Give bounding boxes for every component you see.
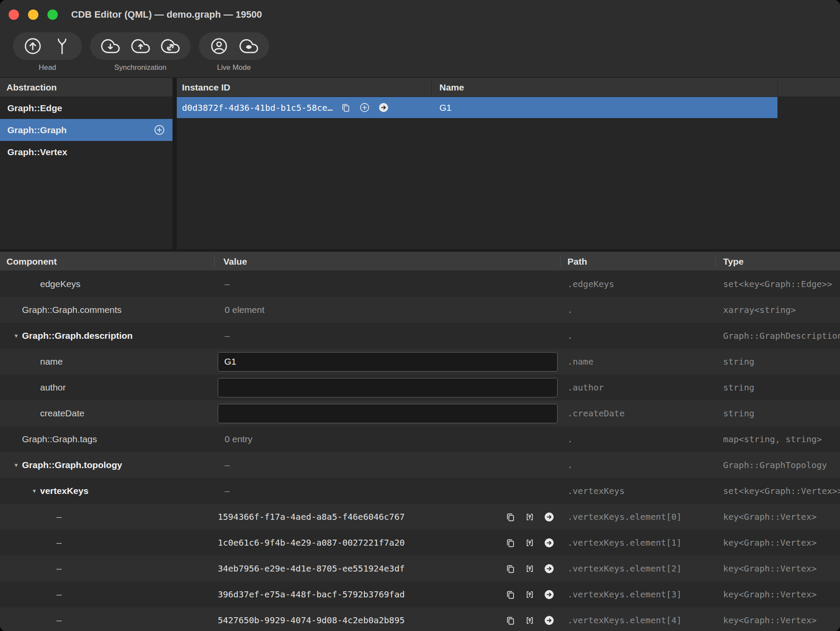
zoom-button[interactable]: [47, 9, 58, 20]
open-arrow-icon[interactable]: [544, 537, 555, 548]
branch-icon[interactable]: [53, 37, 72, 56]
abstraction-list: Graph::EdgeGraph::GraphGraph::Vertex: [0, 97, 172, 163]
copy-icon[interactable]: [505, 589, 516, 600]
circle-up-arrow-icon[interactable]: [23, 37, 42, 56]
component-type: key<Graph::Vertex>: [723, 556, 840, 581]
component-label: Graph::Graph.comments: [22, 305, 122, 315]
value-input-author[interactable]: [218, 378, 558, 397]
abstraction-item-graph-vertex[interactable]: Graph::Vertex: [0, 141, 172, 163]
cloud-download-icon[interactable]: [101, 37, 120, 56]
toolbar-pill: [199, 32, 269, 60]
close-button[interactable]: [9, 9, 19, 20]
open-arrow-icon[interactable]: [544, 563, 555, 574]
triangle-down-icon[interactable]: ▾: [28, 487, 40, 495]
component-value-cell: 1c0e61c6-9f4b-4e29-a087-0027221f7a20: [214, 530, 560, 556]
add-circle-icon[interactable]: [154, 124, 165, 136]
component-label: –: [56, 512, 62, 522]
copy-icon[interactable]: [505, 512, 516, 522]
value-actions: [505, 504, 555, 530]
open-arrow-icon[interactable]: [378, 102, 389, 113]
component-label: vertexKeys: [40, 486, 88, 496]
component-row[interactable]: ▾Graph::Graph.description–.Graph::GraphD…: [0, 323, 840, 349]
instance-actions: [340, 102, 389, 113]
abstraction-item-graph-edge[interactable]: Graph::Edge: [0, 97, 172, 119]
component-row[interactable]: ▾Graph::Graph.topology–.Graph::GraphTopo…: [0, 452, 840, 478]
titlebar[interactable]: CDB Editor (QML) — demo.graph — 19500: [0, 0, 840, 29]
component-type: key<Graph::Vertex>: [723, 530, 840, 556]
key-icon[interactable]: [524, 563, 535, 574]
abstraction-item-label: Graph::Edge: [7, 103, 62, 113]
value-text: –: [214, 486, 230, 496]
toolbar-pill: [13, 32, 82, 60]
abstraction-item-graph-graph[interactable]: Graph::Graph: [0, 119, 172, 141]
component-value-cell: 34eb7956-e29e-4d1e-8705-ee551924e3df: [214, 556, 560, 581]
open-arrow-icon[interactable]: [544, 615, 555, 626]
component-label: –: [56, 563, 62, 574]
copy-icon[interactable]: [340, 102, 351, 113]
cloud-link-icon[interactable]: [161, 37, 180, 56]
triangle-down-icon[interactable]: ▾: [10, 332, 22, 340]
component-row[interactable]: edgeKeys–.edgeKeysset<key<Graph::Edge>>: [0, 271, 840, 297]
value-uuid: 34eb7956-e29e-4d1e-8705-ee551924e3df: [214, 563, 404, 574]
component-row[interactable]: author.authorstring: [0, 375, 840, 400]
column-header-value: Value: [223, 252, 247, 271]
component-row[interactable]: Graph::Graph.comments0 element.xarray<st…: [0, 297, 840, 323]
cloud-upload-icon[interactable]: [131, 37, 150, 56]
component-row[interactable]: –1594366f-f17a-4aed-a8a5-f46e6046c767.ve…: [0, 504, 840, 530]
copy-icon[interactable]: [505, 563, 516, 574]
component-row[interactable]: name.namestring: [0, 349, 840, 375]
add-circle-icon[interactable]: [359, 102, 370, 113]
toolbar-group-label: Synchronization: [90, 63, 191, 72]
component-type: xarray<string>: [723, 297, 840, 323]
column-header-instance-id: Instance ID: [182, 78, 230, 97]
cloud-eye-icon[interactable]: [239, 37, 258, 56]
component-path: .vertexKeys.element[1]: [567, 530, 715, 556]
component-label: –: [56, 589, 62, 600]
component-label: createDate: [40, 408, 85, 419]
value-input-createDate[interactable]: [218, 404, 558, 423]
component-type: string: [723, 349, 840, 375]
column-divider: [431, 78, 432, 97]
component-value-cell: –: [214, 271, 560, 297]
component-value-cell: [214, 349, 560, 375]
copy-icon[interactable]: [505, 537, 516, 548]
column-header-component: Component: [6, 252, 57, 271]
key-icon[interactable]: [524, 537, 535, 548]
copy-icon[interactable]: [505, 615, 516, 626]
component-type: Graph::GraphDescription: [723, 323, 840, 349]
component-type: string: [723, 400, 840, 426]
open-arrow-icon[interactable]: [544, 589, 555, 600]
component-value-cell: [214, 400, 560, 426]
value-uuid: 396d37ef-e75a-448f-bacf-5792b3769fad: [214, 589, 404, 600]
component-row[interactable]: Graph::Graph.tags0 entry.map<string, str…: [0, 426, 840, 452]
component-label: edgeKeys: [40, 279, 80, 289]
toolbar-pill: [90, 32, 191, 60]
column-header-path: Path: [567, 252, 587, 271]
instance-row[interactable]: d0d3872f-4d36-41bd-b1c5-58ce…G1: [177, 97, 777, 118]
component-row[interactable]: –1c0e61c6-9f4b-4e29-a087-0027221f7a20.ve…: [0, 530, 840, 556]
value-input-name[interactable]: [218, 352, 558, 372]
value-text: –: [214, 460, 230, 470]
component-row[interactable]: –34eb7956-e29e-4d1e-8705-ee551924e3df.ve…: [0, 556, 840, 581]
key-icon[interactable]: [524, 615, 535, 626]
component-value-cell: –: [214, 478, 560, 504]
key-icon[interactable]: [524, 512, 535, 522]
toolbar: HeadSynchronizationLive Mode: [0, 29, 840, 78]
component-row[interactable]: createDate.createDatestring: [0, 400, 840, 426]
component-path: .author: [567, 375, 715, 400]
triangle-down-icon[interactable]: ▾: [10, 461, 22, 469]
toolbar-group-label: Live Mode: [199, 63, 269, 72]
component-value-cell: 5427650b-9929-4074-9d08-4c2eb0a2b895: [214, 607, 560, 631]
toolbar-group-label: Head: [13, 63, 82, 72]
component-row[interactable]: ▾vertexKeys–.vertexKeysset<key<Graph::Ve…: [0, 478, 840, 504]
component-row[interactable]: –396d37ef-e75a-448f-bacf-5792b3769fad.ve…: [0, 581, 840, 607]
abstraction-header: Abstraction: [0, 78, 172, 97]
app-window: CDB Editor (QML) — demo.graph — 19500 He…: [0, 0, 840, 631]
value-uuid: 1c0e61c6-9f4b-4e29-a087-0027221f7a20: [214, 537, 404, 548]
component-row[interactable]: –5427650b-9929-4074-9d08-4c2eb0a2b895.ve…: [0, 607, 840, 631]
key-icon[interactable]: [524, 589, 535, 600]
account-circle-icon[interactable]: [210, 37, 229, 56]
open-arrow-icon[interactable]: [544, 512, 555, 522]
minimize-button[interactable]: [28, 9, 38, 20]
panel-splitter[interactable]: [172, 78, 177, 249]
